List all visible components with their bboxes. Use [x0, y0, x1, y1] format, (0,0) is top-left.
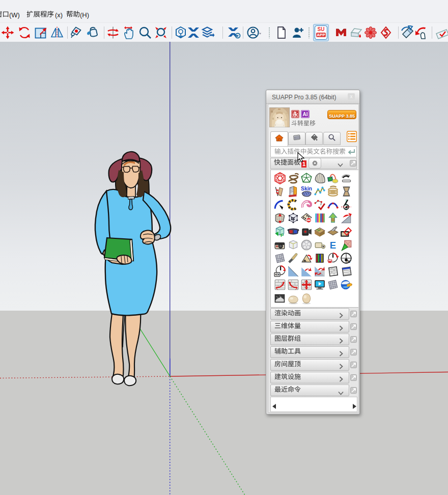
svg-text:N: N — [347, 259, 350, 264]
svg-text:E: E — [330, 239, 336, 250]
svg-text:Skin: Skin — [301, 186, 312, 191]
svg-text:AI: AI — [303, 112, 308, 117]
svg-text:P: P — [281, 232, 284, 237]
